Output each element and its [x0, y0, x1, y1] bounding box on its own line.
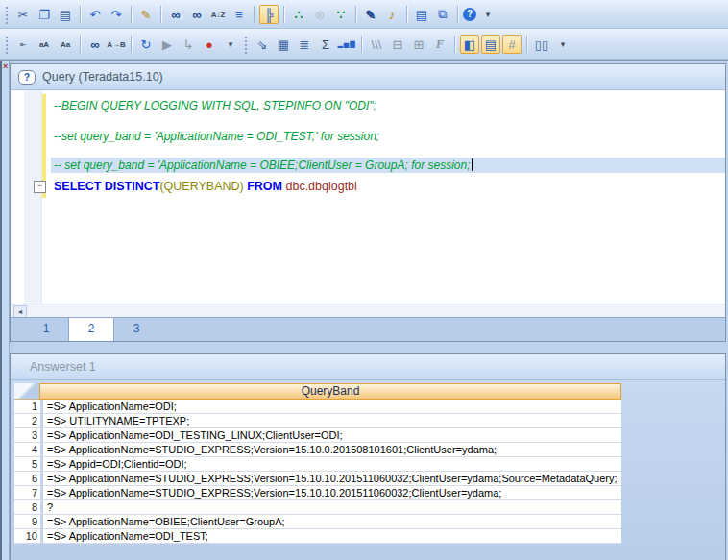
import-data-icon[interactable]: ⇘: [253, 35, 272, 54]
editor-hscrollbar[interactable]: ◄: [11, 304, 725, 318]
undo-icon[interactable]: ↶: [85, 5, 105, 24]
execute-icon[interactable]: ∴: [289, 5, 308, 24]
abort-icon[interactable]: ⊗: [310, 5, 329, 24]
row-number[interactable]: 8: [14, 500, 43, 514]
answerset-window: Answerset 1 QueryBand 1=S> ApplicationNa…: [10, 353, 726, 560]
sql-comment-line[interactable]: --BEGIN QUERY LOGGING WITH SQL, STEPINFO…: [51, 98, 725, 113]
row-number[interactable]: 10: [14, 529, 43, 543]
chart-icon[interactable]: ▂▅▇: [337, 35, 356, 54]
cut-icon[interactable]: ✂: [13, 5, 33, 24]
cell-queryband[interactable]: =S> ApplicationName=STUDIO_EXPRESS;Versi…: [43, 472, 621, 485]
toolbar-options-icon[interactable]: ▾: [478, 5, 497, 24]
cell-queryband[interactable]: =S> ApplicationName=STUDIO_EXPRESS;Versi…: [43, 443, 621, 456]
row-headers-icon[interactable]: ≣: [295, 35, 314, 54]
find-in-history-icon[interactable]: ∞: [85, 35, 105, 54]
row-number[interactable]: 5: [14, 457, 43, 471]
cascade-windows-icon[interactable]: ⧉: [433, 5, 452, 24]
row-number[interactable]: 4: [14, 443, 43, 456]
table-row[interactable]: 8?: [14, 500, 621, 515]
table-row[interactable]: 9=S> ApplicationName=OBIEE;ClientUser=Gr…: [14, 515, 621, 529]
table-row[interactable]: 5=S> Appid=ODI;Clientid=ODI;: [14, 457, 621, 472]
cell-queryband[interactable]: =S> ApplicationName=OBIEE;ClientUser=Gro…: [43, 515, 621, 528]
sql-editor[interactable]: --BEGIN QUERY LOGGING WITH SQL, STEPINFO…: [11, 90, 725, 304]
cell-queryband[interactable]: =S> ApplicationName=STUDIO_EXPRESS;Versi…: [43, 486, 621, 499]
sheet-tab-3[interactable]: 3: [114, 318, 158, 341]
query-sheet-tabs: 123: [11, 317, 725, 341]
select-all-corner[interactable]: [14, 383, 39, 400]
toolbar-options-icon[interactable]: ▾: [221, 35, 240, 54]
sheet-tab-2[interactable]: 2: [68, 318, 114, 341]
view-list-icon[interactable]: ▤: [481, 35, 500, 54]
cell-queryband[interactable]: =S> Appid=ODI;Clientid=ODI;: [43, 457, 621, 471]
row-number[interactable]: 3: [14, 428, 43, 442]
toolbar-grip[interactable]: [4, 35, 9, 54]
table-row[interactable]: 2=S> UTILITYNAME=TPTEXP;: [14, 414, 621, 428]
view-panel-icon[interactable]: ◧: [460, 35, 479, 54]
toolbar-separator: [80, 36, 81, 53]
execute-parallel-icon[interactable]: ∵: [331, 5, 351, 24]
cell-queryband[interactable]: =S> UTILITYNAME=TPTEXP;: [43, 414, 621, 427]
column-header-queryband[interactable]: QueryBand: [39, 383, 621, 400]
sql-comment-line-selected[interactable]: -- set query_band = 'ApplicationName = O…: [51, 158, 725, 173]
export-data-icon[interactable]: ▦: [274, 35, 293, 54]
find-icon[interactable]: ∞: [166, 5, 185, 24]
row-number[interactable]: 7: [14, 486, 43, 499]
cell-queryband[interactable]: =S> ApplicationName=ODI_TEST;: [43, 529, 621, 543]
toolbar-options-icon[interactable]: ▾: [553, 35, 572, 54]
format-query-icon[interactable]: ≡: [230, 5, 249, 24]
split-view-icon[interactable]: ▯▯: [532, 35, 551, 54]
sql-token: (QUERYBAND): [159, 180, 247, 193]
grid-borders-icon[interactable]: ⊞: [409, 35, 428, 54]
row-number[interactable]: 1: [14, 400, 43, 413]
find-next-icon[interactable]: ∞: [187, 5, 206, 24]
row-number[interactable]: 9: [14, 515, 43, 528]
toolbar-separator: [361, 36, 362, 53]
lowercase-icon[interactable]: aA: [35, 35, 54, 54]
sql-statement-line[interactable]: SELECT DISTINCT(QUERYBAND) FROM dbc.dbql…: [51, 179, 725, 194]
replace-icon[interactable]: A→B: [107, 35, 126, 54]
sheet-tab-1[interactable]: 1: [24, 318, 68, 341]
run-icon[interactable]: ▶: [158, 35, 177, 54]
sql-comment-line[interactable]: --set query_band = 'ApplicationName = OD…: [51, 129, 725, 144]
list-windows-icon[interactable]: ▤: [412, 5, 431, 24]
cell-queryband[interactable]: =S> ApplicationName=ODI;: [43, 400, 621, 413]
dock-close-icon[interactable]: ×: [3, 62, 9, 71]
toolbar-grip[interactable]: [4, 5, 9, 24]
toolbar-row-2: »·aAAa∞A→B↻▶↳●▾⇘▦≣Σ▂▅▇\\\⊟⊞F◧▤#▯▯▾: [0, 29, 728, 60]
copy-icon[interactable]: ❐: [35, 5, 54, 24]
collapse-toggle-icon[interactable]: −: [34, 181, 46, 193]
sort-az-icon[interactable]: A↓Z: [208, 5, 228, 24]
toolbar-grip[interactable]: [243, 35, 248, 54]
run-step-icon[interactable]: ↳: [179, 35, 198, 54]
record-icon[interactable]: ●: [200, 35, 219, 54]
table-row[interactable]: 1=S> ApplicationName=ODI;: [14, 400, 621, 414]
wrap-marks-icon[interactable]: \\\: [367, 35, 386, 54]
help-icon[interactable]: ?: [463, 8, 476, 21]
table-row[interactable]: 4=S> ApplicationName=STUDIO_EXPRESS;Vers…: [14, 443, 621, 457]
text-caret: [472, 158, 473, 171]
cell-queryband[interactable]: ?: [43, 500, 621, 514]
totals-icon[interactable]: Σ: [316, 35, 335, 54]
cell-queryband[interactable]: =S> ApplicationName=ODI_TESTING_LINUX;Cl…: [43, 428, 621, 442]
view-gridlines-icon[interactable]: #: [502, 35, 522, 54]
table-row[interactable]: 7=S> ApplicationName=STUDIO_EXPRESS;Vers…: [14, 486, 621, 500]
explain-icon[interactable]: ╠: [259, 5, 279, 24]
refresh-icon[interactable]: ↻: [136, 35, 156, 54]
borders-icon[interactable]: ⊟: [388, 35, 407, 54]
table-row[interactable]: 10=S> ApplicationName=ODI_TEST;: [14, 529, 621, 544]
table-row[interactable]: 6=S> ApplicationName=STUDIO_EXPRESS;Vers…: [14, 472, 621, 486]
highlighter-icon[interactable]: ✎: [361, 5, 380, 24]
workspace: × ? Query (Teradata15.10) --BEGIN QUERY …: [0, 60, 728, 560]
table-row[interactable]: 3=S> ApplicationName=ODI_TESTING_LINUX;C…: [14, 428, 621, 443]
format-cells-icon[interactable]: F: [430, 35, 449, 54]
history-icon[interactable]: »·: [13, 35, 33, 54]
toolbar-separator: [254, 6, 255, 23]
toolbar-row-1: ✂❐▤↶↷✎∞∞A↓Z≡╠∴⊗∵✎♪▤⧉?▾: [0, 0, 728, 29]
edit-query-icon[interactable]: ✎: [136, 5, 156, 24]
row-number[interactable]: 6: [14, 472, 43, 485]
capitalize-icon[interactable]: Aa: [56, 35, 75, 54]
redo-icon[interactable]: ↷: [107, 5, 126, 24]
sound-icon[interactable]: ♪: [382, 5, 401, 24]
row-number[interactable]: 2: [14, 414, 43, 427]
paste-icon[interactable]: ▤: [56, 5, 75, 24]
